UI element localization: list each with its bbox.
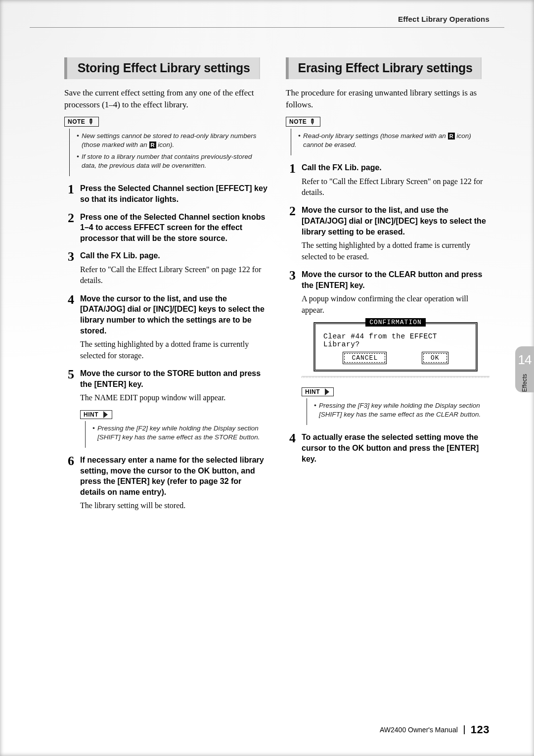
step-number: 1 [286, 162, 296, 175]
hint-flag-right: HINT [302, 387, 334, 396]
step-text: Refer to "Call the Effect Library Screen… [302, 176, 490, 198]
pencil-icon: ✎ [308, 117, 318, 127]
step-head: Move the cursor to the list, and use the… [80, 293, 268, 336]
hint-block-right: HINT Pressing the [F3] key while holding… [302, 387, 490, 425]
dialog-title-row: CONFIRMATION [315, 319, 476, 328]
section-title-storing: Storing Effect Library settings [64, 57, 260, 79]
dialog-bottom-rule [302, 376, 490, 378]
step: 3 Call the FX Lib. page. Refer to "Call … [64, 250, 268, 286]
dialog-cancel-button[interactable]: CANCEL [344, 353, 385, 363]
step-head: Move the cursor to the STORE button and … [80, 368, 268, 389]
step-text: The setting highlighted by a dotted fram… [80, 339, 268, 361]
step-body: Move the cursor to the list, and use the… [302, 205, 490, 262]
step: 1 Press the Selected Channel section [EF… [64, 183, 268, 204]
footer-book-title: AW2400 Owner's Manual [380, 726, 458, 734]
step-number: 4 [64, 293, 74, 306]
running-head: Effect Library Operations [30, 15, 504, 23]
note-item: Read-only library settings (those marked… [298, 132, 490, 149]
dialog-title: CONFIRMATION [365, 318, 426, 327]
step: 5 Move the cursor to the STORE button an… [64, 368, 268, 448]
step: 4 Move the cursor to the list, and use t… [64, 293, 268, 361]
hint-arrow-icon [103, 411, 108, 418]
step-head: Call the FX Lib. page. [302, 162, 490, 173]
step: 1 Call the FX Lib. page. Refer to "Call … [286, 162, 490, 198]
hint-text: Pressing the [F2] key while holding the … [92, 424, 268, 442]
step-text: Refer to "Call the Effect Library Screen… [80, 264, 268, 286]
side-tab-label: Effects [521, 374, 528, 392]
step-number: 6 [64, 455, 74, 468]
step-body: Call the FX Lib. page. Refer to "Call th… [80, 250, 268, 286]
readonly-icon: R [149, 142, 156, 148]
step-body: Move the cursor to the list, and use the… [80, 293, 268, 361]
step-head: If necessary enter a name for the select… [80, 455, 268, 497]
footer: AW2400 Owner's Manual 123 [30, 723, 504, 736]
step: 6 If necessary enter a name for the sele… [64, 455, 268, 512]
step-head: To actually erase the selected setting m… [302, 432, 490, 464]
steps-left: 1 Press the Selected Channel section [EF… [64, 183, 268, 511]
confirmation-dialog: CONFIRMATION Clear #44 from the EFFECT L… [314, 323, 477, 371]
step-head: Call the FX Lib. page. [80, 250, 268, 261]
note-block-right: NOTE ✎ Read-only library settings (those… [286, 117, 490, 155]
hint-body-right: Pressing the [F3] key while holding the … [307, 398, 490, 425]
step-number: 3 [64, 250, 74, 263]
step-body: Call the FX Lib. page. Refer to "Call th… [302, 162, 490, 198]
hint-label: HINT [305, 388, 320, 395]
page-number: 123 [471, 723, 490, 736]
intro-right: The procedure for erasing unwanted libra… [286, 87, 490, 111]
note-label: NOTE [68, 118, 85, 125]
side-tab: 14 Effects [515, 346, 534, 392]
step: 2 Press one of the Selected Channel sect… [64, 212, 268, 244]
note-text: Read-only library settings (those marked… [303, 132, 448, 140]
note-body-left: New settings cannot be stored to read-on… [69, 129, 268, 177]
step-body: Press the Selected Channel section [EFFE… [80, 183, 268, 204]
step-head: Move the cursor to the CLEAR button and … [302, 269, 490, 290]
step-body: Move the cursor to the CLEAR button and … [302, 269, 490, 425]
step: 3 Move the cursor to the CLEAR button an… [286, 269, 490, 425]
step-text: The setting highlighted by a dotted fram… [302, 240, 490, 262]
note-label: NOTE [289, 118, 307, 125]
dialog-ok-button[interactable]: OK [423, 353, 447, 363]
step-body: To actually erase the selected setting m… [302, 432, 490, 464]
steps-right: 1 Call the FX Lib. page. Refer to "Call … [286, 162, 490, 464]
step-number: 1 [64, 183, 74, 196]
pencil-icon: ✎ [87, 117, 96, 127]
page: Effect Library Operations Storing Effect… [0, 0, 534, 756]
step: 2 Move the cursor to the list, and use t… [286, 205, 490, 262]
step-head: Press the Selected Channel section [EFFE… [80, 183, 268, 204]
step-head: Move the cursor to the list, and use the… [302, 205, 490, 237]
step-text: A popup window confirming the clear oper… [302, 293, 490, 316]
step-body: Move the cursor to the STORE button and … [80, 368, 268, 448]
step-number: 3 [286, 269, 296, 282]
note-item: If store to a library number that contai… [77, 152, 268, 170]
step-body: If necessary enter a name for the select… [80, 455, 268, 512]
note-item: New settings cannot be stored to read-on… [77, 132, 268, 149]
step-number: 4 [286, 432, 296, 445]
note-text: icon). [158, 141, 174, 148]
dialog-message: Clear #44 from the EFFECT Library? [315, 328, 476, 350]
hint-block-left: HINT Pressing the [F2] key while holding… [80, 410, 268, 448]
column-left: Storing Effect Library settings Save the… [30, 57, 268, 723]
step-text: The library setting will be stored. [80, 500, 268, 511]
hint-body-left: Pressing the [F2] key while holding the … [85, 421, 268, 448]
side-tab-pill: 14 Effects [515, 346, 534, 392]
note-body-right: Read-only library settings (those marked… [291, 129, 490, 155]
step-number: 2 [286, 205, 296, 218]
section-title-erasing: Erasing Effect Library settings [286, 57, 482, 79]
note-flag-left: NOTE ✎ [64, 117, 99, 127]
intro-left: Save the current effect setting from any… [64, 87, 268, 111]
step-number: 5 [64, 368, 74, 381]
hint-flag-left: HINT [80, 410, 112, 419]
hint-arrow-icon [325, 388, 329, 395]
dialog-button-row: CANCEL OK [315, 350, 476, 364]
content-columns: Storing Effect Library settings Save the… [30, 57, 504, 723]
note-flag-right: NOTE ✎ [286, 117, 320, 127]
header-rule [30, 27, 504, 28]
column-right: Erasing Effect Library settings The proc… [286, 57, 504, 723]
step-body: Press one of the Selected Channel sectio… [80, 212, 268, 244]
step-text: The NAME EDIT popup window will appear. [80, 392, 268, 403]
readonly-icon: R [448, 133, 455, 140]
hint-text: Pressing the [F3] key while holding the … [314, 401, 490, 419]
note-block-left: NOTE ✎ New settings cannot be stored to … [64, 117, 268, 177]
side-tab-number: 14 [518, 352, 532, 368]
footer-divider [464, 725, 465, 734]
